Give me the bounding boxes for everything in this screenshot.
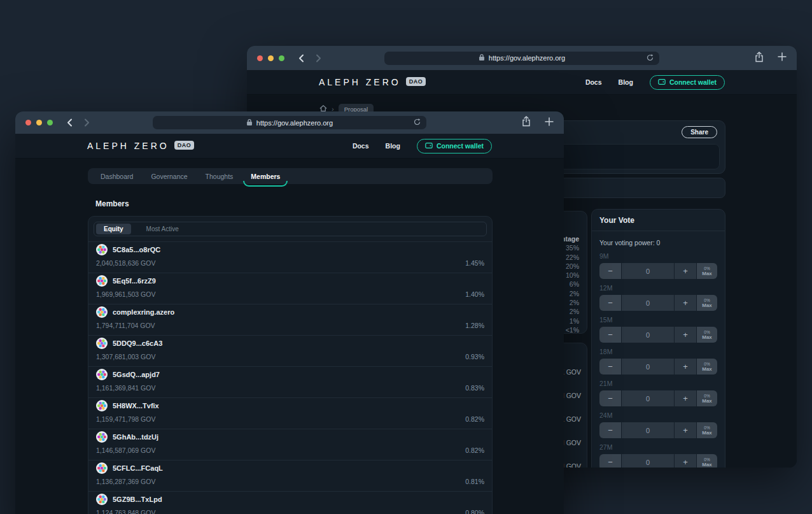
max-button[interactable]: 0% Max xyxy=(697,263,717,279)
member-gov-balance: 1,124,763,848 GOV xyxy=(96,509,155,514)
connect-wallet-button[interactable]: Connect wallet xyxy=(650,75,725,90)
page-tabs: DashboardGovernanceThoughtsMembers xyxy=(88,168,493,184)
decrement-button[interactable]: − xyxy=(599,359,621,375)
forward-icon[interactable] xyxy=(84,118,90,127)
reload-icon[interactable] xyxy=(413,118,421,127)
connect-wallet-button[interactable]: Connect wallet xyxy=(417,139,492,153)
member-row[interactable]: 5CFLC...FCaqL 1,136,287,369 GOV 0.81% xyxy=(88,460,492,491)
tab[interactable]: Members xyxy=(249,168,281,184)
vote-amount-value[interactable]: 0 xyxy=(622,263,674,279)
member-gov-balance: 1,307,681,003 GOV xyxy=(96,353,155,361)
max-percent-label: 0% xyxy=(704,394,710,398)
member-identicon-avatar xyxy=(96,494,108,505)
url-text: https://gov.alephzero.org xyxy=(256,119,333,127)
increment-button[interactable]: + xyxy=(675,327,696,343)
reload-icon[interactable] xyxy=(646,54,654,63)
increment-button[interactable]: + xyxy=(675,359,696,375)
vote-amount-stepper: − 0 + 0% Max xyxy=(599,295,717,311)
max-button[interactable]: 0% Max xyxy=(697,454,717,468)
share-page-icon[interactable] xyxy=(522,116,531,129)
filter-option[interactable]: Equity xyxy=(96,224,131,234)
back-icon[interactable] xyxy=(298,54,304,62)
divider xyxy=(592,231,725,231)
member-identicon-avatar xyxy=(96,275,108,287)
increment-button[interactable]: + xyxy=(675,422,696,438)
tab[interactable]: Governance xyxy=(150,168,188,184)
vote-amount-value[interactable]: 0 xyxy=(622,422,674,438)
nav-docs-link[interactable]: Docs xyxy=(585,78,602,86)
vote-amount-value[interactable]: 0 xyxy=(622,327,674,343)
filter-option[interactable]: Most Active xyxy=(139,224,186,234)
max-percent-label: 0% xyxy=(704,298,710,303)
minimize-window-button[interactable] xyxy=(36,120,42,125)
max-percent-label: 0% xyxy=(704,266,710,271)
member-row[interactable]: complexring.azero 1,794,711,704 GOV 1.28… xyxy=(88,304,492,335)
new-tab-icon[interactable] xyxy=(778,52,787,64)
decrement-button[interactable]: − xyxy=(599,263,621,279)
back-icon[interactable] xyxy=(67,118,73,127)
decrement-button[interactable]: − xyxy=(599,422,621,438)
member-gov-balance: 1,794,711,704 GOV xyxy=(96,322,155,329)
vote-option-label: 27M xyxy=(599,443,717,452)
share-page-icon[interactable] xyxy=(755,52,764,65)
member-row[interactable]: 5C8a5...o8rQC 2,040,518,636 GOV 1.45% xyxy=(88,241,492,273)
max-button[interactable]: 0% Max xyxy=(697,359,717,375)
decrement-button[interactable]: − xyxy=(599,327,621,343)
nav-blog-link[interactable]: Blog xyxy=(386,142,400,150)
nav-docs-link[interactable]: Docs xyxy=(353,142,369,150)
vote-amount-value[interactable]: 0 xyxy=(622,390,674,406)
tab[interactable]: Dashboard xyxy=(99,168,134,184)
member-row[interactable]: 5Eq5f...6rzZ9 1,969,961,503 GOV 1.40% xyxy=(88,273,492,304)
member-name: complexring.azero xyxy=(113,308,174,316)
member-row[interactable]: 5GsdQ...apjd7 1,161,369,841 GOV 0.83% xyxy=(88,366,492,397)
decrement-button[interactable]: − xyxy=(599,295,621,311)
max-button[interactable]: 0% Max xyxy=(697,327,717,343)
member-row[interactable]: 5DDQ9...c6cA3 1,307,681,003 GOV 0.93% xyxy=(88,335,492,366)
close-window-button[interactable] xyxy=(257,55,263,61)
close-window-button[interactable] xyxy=(25,120,31,125)
vote-amount-value[interactable]: 0 xyxy=(622,454,674,468)
member-gov-balance: 1,969,961,503 GOV xyxy=(96,290,155,298)
increment-button[interactable]: + xyxy=(675,390,696,406)
member-name: 5GZ9B...TxLpd xyxy=(113,496,162,503)
increment-button[interactable]: + xyxy=(675,454,696,468)
member-row[interactable]: 5H8WX...Tvfix 1,159,471,798 GOV 0.82% xyxy=(88,397,492,429)
member-identicon-avatar xyxy=(96,400,108,411)
max-label: Max xyxy=(702,303,712,308)
minimize-window-button[interactable] xyxy=(268,55,274,61)
nav-blog-link[interactable]: Blog xyxy=(619,78,633,86)
address-bar[interactable]: https://gov.alephzero.org xyxy=(384,52,659,65)
decrement-button[interactable]: − xyxy=(599,454,621,468)
vote-option-label: 24M xyxy=(599,411,717,420)
vote-option-label: 18M xyxy=(599,348,717,356)
vote-amount-value[interactable]: 0 xyxy=(622,359,674,375)
member-row[interactable]: 5GhAb...tdzUj 1,146,587,069 GOV 0.82% xyxy=(88,429,492,460)
tab[interactable]: Thoughts xyxy=(204,168,235,184)
share-button[interactable]: Share xyxy=(682,126,717,138)
increment-button[interactable]: + xyxy=(675,263,696,279)
address-bar[interactable]: https://gov.alephzero.org xyxy=(153,116,426,129)
forward-icon[interactable] xyxy=(316,54,321,62)
member-row[interactable]: 5GZ9B...TxLpd 1,124,763,848 GOV 0.80% xyxy=(88,491,492,514)
new-tab-icon[interactable] xyxy=(545,117,554,129)
member-equity-percent: 0.93% xyxy=(465,353,484,361)
maximize-window-button[interactable] xyxy=(47,120,53,125)
decrement-button[interactable]: − xyxy=(599,390,621,406)
member-equity-percent: 0.80% xyxy=(465,509,484,514)
vote-option-label: 9M xyxy=(599,252,717,261)
vote-amount-value[interactable]: 0 xyxy=(622,295,674,311)
member-name: 5GhAb...tdzUj xyxy=(113,433,158,441)
member-gov-balance: 1,161,369,841 GOV xyxy=(96,384,155,392)
voting-power-label: Your voting power: 0 xyxy=(599,239,717,247)
max-label: Max xyxy=(702,398,712,404)
max-percent-label: 0% xyxy=(704,457,710,462)
aleph-zero-logo: ALEPH ZERO xyxy=(319,77,401,87)
max-percent-label: 0% xyxy=(704,362,710,366)
max-button[interactable]: 0% Max xyxy=(697,390,717,406)
member-gov-balance: 1,136,287,369 GOV xyxy=(96,478,155,485)
maximize-window-button[interactable] xyxy=(279,55,284,61)
vote-amount-stepper: − 0 + 0% Max xyxy=(599,422,717,438)
max-button[interactable]: 0% Max xyxy=(697,422,717,438)
max-button[interactable]: 0% Max xyxy=(697,295,717,311)
increment-button[interactable]: + xyxy=(675,295,696,311)
